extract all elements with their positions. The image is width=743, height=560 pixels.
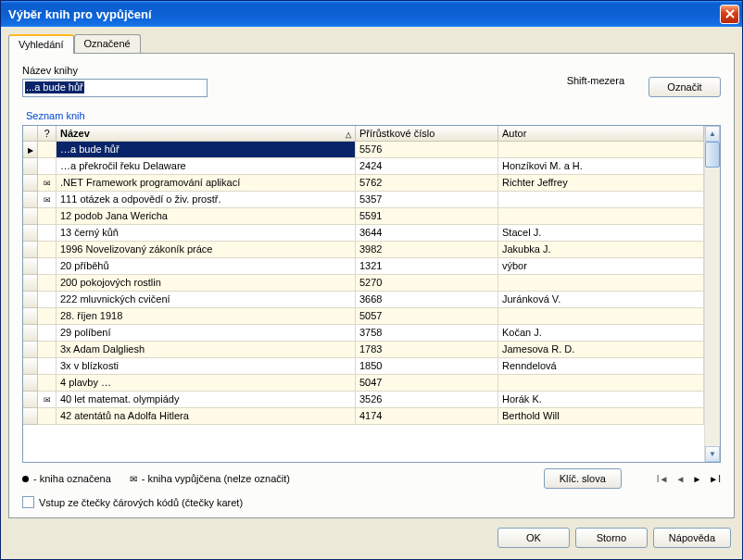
scroll-track[interactable]	[705, 142, 720, 446]
row-author: Richter Jeffrey	[498, 175, 704, 192]
window-title: Výběr knih pro vypůjčení	[8, 7, 720, 21]
row-name: …a bude hůř	[57, 142, 356, 158]
checkbox-icon[interactable]	[22, 496, 34, 508]
row-flag	[38, 242, 57, 258]
row-name: 3x Adam Dalgliesh	[57, 342, 356, 358]
row-number: 3644	[356, 225, 498, 242]
ok-button[interactable]: OK	[497, 528, 570, 548]
table-row[interactable]: 200 pokojových rostlin5270	[23, 275, 704, 292]
tab-marked[interactable]: Označené	[74, 34, 141, 53]
envelope-icon: ✉	[130, 474, 137, 484]
row-author: Kočan J.	[498, 325, 704, 342]
table-row[interactable]: 28. říjen 19185057	[23, 308, 704, 325]
table-row[interactable]: 3x v blízkosti1850Renndelová	[23, 358, 704, 375]
close-button[interactable]	[720, 5, 739, 24]
row-indicator	[23, 175, 38, 192]
barcode-row: Vstup ze čtečky čárových kódů (čtečky ka…	[22, 496, 721, 508]
sort-asc-icon: △	[346, 131, 351, 139]
barcode-checkbox[interactable]: Vstup ze čtečky čárových kódů (čtečky ka…	[22, 496, 243, 508]
row-author	[498, 208, 704, 225]
row-flag	[38, 158, 57, 175]
row-number: 3758	[356, 325, 498, 342]
row-flag	[38, 358, 57, 375]
table-row[interactable]: ✉111 otázek a odpovědí o živ. prostř.535…	[23, 192, 704, 208]
top-row: Název knihy ...a bude hůř Shift-mezera O…	[22, 65, 721, 97]
table-row[interactable]: …a bude hůř5576	[23, 142, 704, 158]
table-row[interactable]: ✉40 let matemat. olympiády3526Horák K.	[23, 392, 704, 408]
book-name-label: Název knihy	[22, 65, 208, 76]
row-flag: ✉	[38, 175, 57, 192]
tab-strip: Vyhledání Označené	[8, 34, 735, 53]
nav-prev-icon[interactable]: ◄	[676, 474, 686, 484]
row-number: 3982	[356, 242, 498, 258]
col-author[interactable]: Autor	[498, 126, 704, 142]
table-row[interactable]: …a překročil řeku Delaware2424Honzíkovi …	[23, 158, 704, 175]
table-row[interactable]: 4 plavby …5047	[23, 375, 704, 392]
row-flag	[38, 258, 57, 275]
row-indicator	[23, 142, 38, 158]
scroll-thumb[interactable]	[705, 142, 720, 168]
row-author	[498, 375, 704, 392]
row-indicator	[23, 325, 38, 342]
book-name-selection: ...a bude hůř	[25, 81, 84, 93]
row-author: Jamesova R. D.	[498, 342, 704, 358]
table-row[interactable]: 222 mluvnických cvičení3668Juránková V.	[23, 292, 704, 308]
col-flag[interactable]: ?	[38, 126, 57, 142]
row-number: 3526	[356, 392, 498, 408]
footer-buttons: OK Storno Nápověda	[8, 528, 735, 552]
envelope-icon: ✉	[44, 195, 51, 205]
row-number: 1783	[356, 342, 498, 358]
help-button[interactable]: Nápověda	[653, 528, 731, 548]
table-row[interactable]: 29 políbení3758Kočan J.	[23, 325, 704, 342]
table-row[interactable]: 3x Adam Dalgliesh1783Jamesova R. D.	[23, 342, 704, 358]
table-row[interactable]: 13 černý kůň3644Stacel J.	[23, 225, 704, 242]
tab-panel: Název knihy ...a bude hůř Shift-mezera O…	[8, 53, 735, 518]
row-author	[498, 192, 704, 208]
row-indicator	[23, 225, 38, 242]
record-nav: I◄ ◄ ► ►I	[657, 474, 721, 484]
nav-last-icon[interactable]: ►I	[709, 474, 721, 484]
row-number: 5591	[356, 208, 498, 225]
grid-body[interactable]: …a bude hůř5576…a překročil řeku Delawar…	[23, 142, 704, 462]
row-indicator	[23, 258, 38, 275]
keywords-button[interactable]: Klíč. slova	[544, 468, 622, 489]
envelope-icon: ✉	[44, 179, 51, 188]
legend-marked: - kniha označena	[22, 473, 111, 484]
row-name: 28. říjen 1918	[57, 308, 356, 325]
col-selector[interactable]	[23, 126, 38, 142]
titlebar: Výběr knih pro vypůjčení	[1, 1, 742, 27]
scroll-down-icon[interactable]: ▼	[705, 446, 720, 462]
col-number[interactable]: Přírůstkové číslo	[356, 126, 498, 142]
mark-button[interactable]: Označit	[649, 77, 721, 97]
row-name: 1996 Novelizovaný zákoník práce	[57, 242, 356, 258]
row-indicator	[23, 192, 38, 208]
nav-first-icon[interactable]: I◄	[657, 474, 669, 484]
row-number: 1321	[356, 258, 498, 275]
row-author: Horák K.	[498, 392, 704, 408]
table-row[interactable]: 20 příběhů1321výbor	[23, 258, 704, 275]
table-row[interactable]: 1996 Novelizovaný zákoník práce3982Jakub…	[23, 242, 704, 258]
row-author: Renndelová	[498, 358, 704, 375]
row-number: 4174	[356, 408, 498, 425]
table-row[interactable]: ✉.NET Framework programování aplikací576…	[23, 175, 704, 192]
scroll-up-icon[interactable]: ▲	[705, 126, 720, 142]
close-icon	[725, 9, 735, 19]
cancel-button[interactable]: Storno	[575, 528, 648, 548]
table-row[interactable]: 12 podob Jana Wericha5591	[23, 208, 704, 225]
row-number: 5270	[356, 275, 498, 292]
nav-next-icon[interactable]: ►	[692, 474, 701, 484]
row-author: Berthold Will	[498, 408, 704, 425]
row-number: 5576	[356, 142, 498, 158]
row-name: …a překročil řeku Delaware	[57, 158, 356, 175]
tab-search[interactable]: Vyhledání	[8, 34, 74, 54]
book-name-input[interactable]: ...a bude hůř	[22, 79, 208, 97]
table-row[interactable]: 42 atentátů na Adolfa Hitlera4174Berthol…	[23, 408, 704, 425]
vertical-scrollbar[interactable]: ▲ ▼	[704, 126, 720, 462]
row-flag	[38, 375, 57, 392]
row-name: 222 mluvnických cvičení	[57, 292, 356, 308]
row-flag	[38, 292, 57, 308]
books-grid: ? Název△ Přírůstkové číslo Autor …a bude…	[22, 125, 721, 463]
col-name[interactable]: Název△	[57, 126, 356, 142]
row-flag: ✉	[38, 392, 57, 408]
dialog-window: Výběr knih pro vypůjčení Vyhledání Označ…	[0, 0, 743, 560]
